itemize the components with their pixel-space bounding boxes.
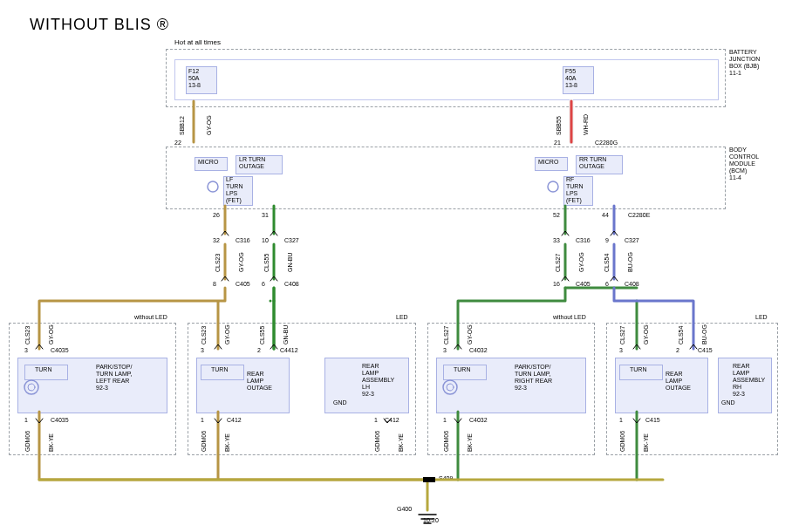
svg-point-4 bbox=[447, 384, 454, 391]
wiring-svg bbox=[0, 0, 792, 532]
svg-rect-0 bbox=[423, 477, 435, 482]
svg-point-6 bbox=[548, 181, 558, 192]
svg-point-2 bbox=[28, 384, 35, 391]
svg-point-3 bbox=[443, 380, 457, 394]
svg-point-1 bbox=[24, 380, 38, 394]
wiring-diagram: WITHOUT BLIS ® Hot at all times BATTERYJ… bbox=[0, 0, 792, 532]
svg-point-5 bbox=[208, 181, 218, 192]
